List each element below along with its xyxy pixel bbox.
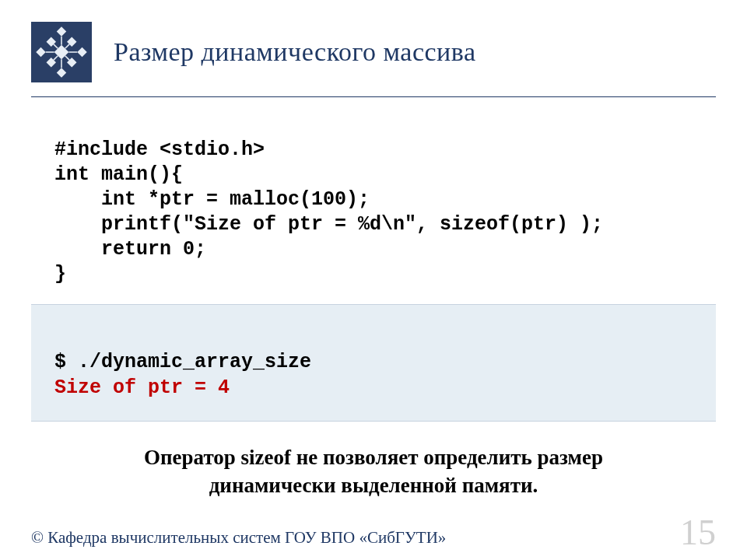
code-line: int *ptr = malloc(100); xyxy=(54,188,370,211)
output-result: Size of ptr = 4 xyxy=(54,376,230,399)
page-number: 15 xyxy=(680,515,716,551)
code-line: #include <stdio.h> xyxy=(54,138,265,161)
slide-footer: © Кафедра вычислительных систем ГОУ ВПО … xyxy=(31,515,716,548)
code-line: int main(){ xyxy=(54,163,183,186)
header-divider xyxy=(31,96,716,97)
code-line: return 0; xyxy=(54,238,206,261)
output-command: $ ./dynamic_array_size xyxy=(54,351,311,373)
explanation-text: Оператор sizeof не позволяет определить … xyxy=(47,443,700,500)
code-line: } xyxy=(54,263,66,285)
note-line: Оператор sizeof не позволяет определить … xyxy=(144,446,603,469)
terminal-output: $ ./dynamic_array_size Size of ptr = 4 xyxy=(31,304,716,422)
logo-icon xyxy=(31,22,92,82)
slide-header: Размер динамического массива xyxy=(0,0,747,92)
copyright-text: © Кафедра вычислительных систем ГОУ ВПО … xyxy=(31,528,446,548)
code-line: printf("Size of ptr = %d\n", sizeof(ptr)… xyxy=(54,213,603,236)
source-code: #include <stdio.h> int main(){ int *ptr … xyxy=(54,113,693,287)
note-line: динамически выделенной памяти. xyxy=(209,474,538,497)
slide-title: Размер динамического массива xyxy=(114,37,476,67)
